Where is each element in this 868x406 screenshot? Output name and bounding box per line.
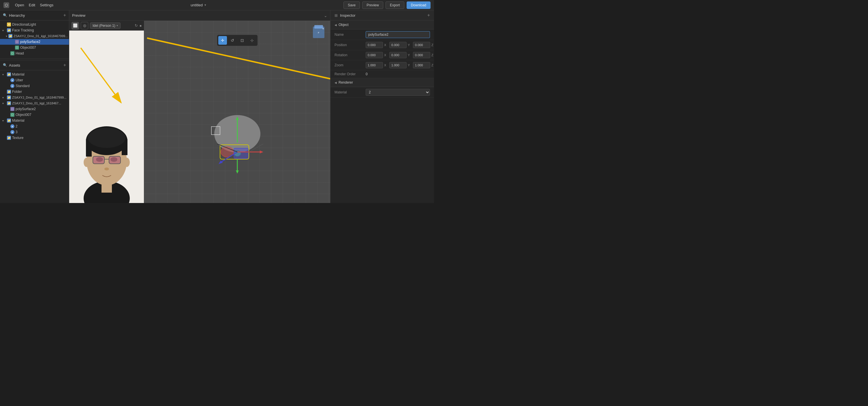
- title-dropdown-icon[interactable]: ▾: [205, 3, 206, 7]
- hierarchy-item-face-tracking[interactable]: ▾ 📁 Face Tracking: [0, 27, 69, 33]
- arrow-icon: ▾: [2, 96, 6, 99]
- menu-bar: Open Edit Settings: [15, 3, 53, 7]
- asset-item-standard[interactable]: ● Standard: [0, 83, 69, 89]
- pos-x-input[interactable]: [366, 42, 383, 48]
- svg-point-14: [124, 158, 130, 167]
- rot-z-input[interactable]: [413, 52, 430, 58]
- material-select[interactable]: 2 3: [366, 89, 430, 96]
- viewport-toolbar: ✛ ↺ ⊡ ⊹: [217, 35, 258, 46]
- move-tool-button[interactable]: ✛: [218, 36, 227, 45]
- arrow-icon: ▾: [6, 35, 7, 38]
- svg-point-13: [84, 158, 89, 167]
- inspector-add-button[interactable]: +: [427, 13, 430, 18]
- assets-section: 🔍 Assets + ▾ 📁 Material ● Uber: [0, 60, 69, 203]
- tree-item-label: DirectionalLight: [12, 23, 36, 27]
- render-order-value: 0: [366, 72, 368, 76]
- asset-item-material2[interactable]: ▾ 📁 Material: [0, 118, 69, 123]
- circle-view-button[interactable]: ◎: [81, 22, 88, 29]
- sphere-icon: ●: [10, 130, 14, 134]
- zoom-y-input[interactable]: [389, 62, 407, 68]
- svg-marker-34: [236, 170, 239, 174]
- layout-icon: ⊞: [335, 13, 338, 18]
- svg-rect-18: [314, 25, 323, 29]
- asset-item-zsaxyj2[interactable]: ▾ 📁 ZSAXYJ_Dmo_01_kjgl_1618467...: [0, 100, 69, 106]
- hierarchy-item-head[interactable]: ⬡ Head: [0, 51, 69, 56]
- asset-item-material[interactable]: ▾ 📁 Material: [0, 71, 69, 77]
- arrow-icon: ▾: [2, 29, 6, 32]
- collapse-icon[interactable]: ⌄: [324, 13, 327, 18]
- renderer-section-header[interactable]: ◀ Renderer: [331, 78, 434, 87]
- object-icon: ⬡: [10, 113, 14, 117]
- export-button[interactable]: Export: [385, 1, 404, 9]
- hierarchy-item-polysurface2[interactable]: ⬡ polySurface2: [0, 39, 69, 45]
- mesh-icon: ⬡: [10, 107, 14, 111]
- zoom-value-group: X Y Z: [366, 62, 434, 68]
- menu-open[interactable]: Open: [15, 3, 24, 7]
- download-button[interactable]: Download: [407, 1, 431, 9]
- rect-view-button[interactable]: ⬜: [71, 22, 79, 29]
- search-icon: 🔍: [3, 13, 7, 17]
- asset-item-mat-3[interactable]: ● 3: [0, 129, 69, 135]
- scale-tool-button[interactable]: ⊡: [238, 36, 247, 45]
- menu-settings[interactable]: Settings: [40, 3, 53, 7]
- hierarchy-item-directional-light[interactable]: ☀ DirectionalLight: [0, 22, 69, 27]
- hierarchy-item-object007[interactable]: ⬡ Object007: [0, 45, 69, 51]
- object-icon: ⬡: [10, 51, 14, 55]
- mesh-icon: ⬡: [15, 40, 19, 44]
- svg-point-6: [88, 128, 125, 148]
- preview-image: [69, 31, 144, 203]
- title-bar: untitled ▾: [59, 3, 338, 7]
- svg-marker-30: [260, 151, 263, 153]
- sphere-icon: ●: [10, 78, 14, 82]
- asset-item-zsaxyj1[interactable]: ▾ 📁 ZSAXYJ_Dmo_01_kjgl_1618467999...: [0, 95, 69, 100]
- assets-title-group: 🔍 Assets: [3, 63, 20, 67]
- rot-y-input[interactable]: [389, 52, 407, 58]
- preview-subbar: ⬜ ◎ Idel (Person 1) ▾ ↻ ■: [69, 21, 144, 31]
- object-section-header[interactable]: ◀ Object: [331, 21, 434, 29]
- hierarchy-item-zsaxyj[interactable]: ▾ 📁 ZSAXYJ_Dmo_01_kjgl_1618467999...: [0, 33, 69, 39]
- scene-area: ✛ ↺ ⊡ ⊹ F R: [144, 21, 330, 203]
- pos-z-input[interactable]: [413, 42, 430, 48]
- position-value-group: X Y Z: [366, 42, 434, 48]
- asset-item-uber[interactable]: ● Uber: [0, 77, 69, 83]
- arrow-icon: ▾: [2, 119, 6, 122]
- asset-item-folder[interactable]: 📁 Folder: [0, 89, 69, 95]
- pos-y-input[interactable]: [389, 42, 407, 48]
- person-dropdown[interactable]: Idel (Person 1) ▾: [90, 23, 121, 29]
- hierarchy-add-button[interactable]: +: [63, 13, 66, 18]
- folder-icon: 📁: [8, 34, 12, 38]
- rotation-label: Rotation: [335, 53, 363, 57]
- asset-item-polysurface2[interactable]: ⬡ polySurface2: [0, 106, 69, 112]
- asset-item-label: Uber: [16, 78, 23, 82]
- preview-button[interactable]: Preview: [362, 1, 383, 9]
- name-value-group: [366, 31, 430, 38]
- folder-icon: 📁: [7, 90, 11, 94]
- asset-item-texture[interactable]: 📁 Texture: [0, 135, 69, 141]
- rotate-tool-button[interactable]: ↺: [228, 36, 237, 45]
- main-layout: 🔍 Hierarchy + ☀ DirectionalLight ▾ 📁 Fac…: [0, 10, 434, 203]
- asset-item-object007b[interactable]: ⬡ Object007: [0, 112, 69, 118]
- rotation-property-row: Rotation X Y Z: [331, 50, 434, 60]
- svg-rect-26: [234, 148, 248, 159]
- save-button[interactable]: Save: [343, 1, 360, 9]
- x-axis-label: X: [384, 43, 388, 47]
- tree-item-label: ZSAXYJ_Dmo_01_kjgl_1618467999...: [13, 34, 68, 38]
- snap-tool-button[interactable]: ⊹: [248, 36, 256, 45]
- position-property-row: Position X Y Z: [331, 40, 434, 50]
- rot-x-input[interactable]: [366, 52, 383, 58]
- stop-button[interactable]: ■: [140, 24, 142, 27]
- app-logo: ⬡: [3, 2, 9, 8]
- asset-item-label: polySurface2: [16, 107, 36, 111]
- zoom-z-input[interactable]: [413, 62, 430, 68]
- assets-add-button[interactable]: +: [63, 63, 66, 68]
- refresh-button[interactable]: ↻: [135, 23, 138, 28]
- name-input[interactable]: [366, 31, 430, 38]
- tree-item-label: polySurface2: [20, 40, 40, 44]
- z-axis-label: Z: [431, 43, 434, 47]
- menu-edit[interactable]: Edit: [29, 3, 35, 7]
- zoom-x-input[interactable]: [366, 62, 383, 68]
- asset-item-mat-2[interactable]: ● 2: [0, 123, 69, 129]
- asset-item-label: ZSAXYJ_Dmo_01_kjgl_1618467999...: [12, 96, 66, 99]
- folder-icon: 📁: [7, 28, 11, 32]
- asset-item-label: Standard: [16, 84, 30, 88]
